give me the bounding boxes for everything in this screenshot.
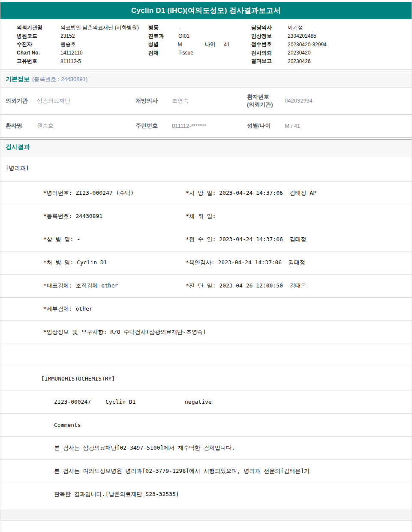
detail-right: *육안검사: 2023-04-24 14:37:06 김태정	[186, 259, 412, 266]
field-value: Tissue	[178, 50, 206, 56]
result-detail-row: *세부검체: other	[0, 298, 412, 321]
field-label: 성별	[148, 41, 178, 48]
field-attending-doctor: 담당의사 이기성	[251, 24, 412, 32]
field-sex-age: 성별 M 나이 41	[148, 40, 251, 49]
cell-value: 조영숙	[172, 97, 247, 105]
section-title: 검사결과	[6, 143, 30, 151]
cell-label: 성별/나이	[247, 122, 285, 130]
result-detail-row: *대표검체: 조직검체 other *진 단 일: 2023-04-26 12:…	[0, 275, 412, 298]
field-value: 2304202485	[288, 33, 316, 39]
cell-label: 환자명	[0, 122, 37, 130]
field-hospital-code: 병원코드 23152	[17, 32, 148, 41]
cell-label: 처방의사	[135, 97, 172, 105]
department-row: [병리과]	[0, 155, 412, 182]
detail-right: *처 방 일: 2023-04-24 14:37:06 김태정 AP	[186, 189, 412, 197]
field-label: 임상정보	[251, 33, 288, 40]
bottom-empty-section-bar	[0, 509, 412, 520]
detail-right: *진 단 일: 2023-04-26 12:00:50 김태은	[186, 282, 412, 290]
field-value: 14112110	[60, 50, 83, 56]
field-label: Chart No.	[17, 50, 60, 56]
field-value: M	[178, 42, 205, 48]
patient-info-column-3: 담당의사 이기성 임상정보 2304202485 접수번호 20230420-3…	[251, 24, 412, 66]
report-page: Cyclin D1 (IHC)(여의도성모) 검사결과보고서 의뢰기관명 의료법…	[0, 0, 412, 532]
comment-row: 본 검사는 여의도성모병원 병리과[02-3779-1298]에서 시행되었으며…	[0, 460, 412, 483]
assay-result-row: ZI23-000247 Cyclin D1 negative	[0, 390, 412, 414]
detail-left: *상 병 명: -	[0, 236, 186, 243]
field-label: 진료과	[148, 33, 178, 40]
section-title: 기본정보	[6, 76, 30, 83]
field-value: GI01	[178, 33, 206, 39]
result-detail-row: *등록번호: 24430891 *채 취 일:	[0, 205, 412, 228]
cell-value: 삼광의료재단	[37, 97, 135, 105]
field-label: 병동	[148, 24, 178, 31]
comment-row: 본 검사는 삼광의료재단[02-3497-5100]에서 재수탁한 검체입니다.	[0, 437, 412, 460]
assay-test-name: Cyclin D1	[105, 399, 185, 405]
field-value: 811112-5	[60, 58, 81, 64]
field-unique-no: 고유번호 811112-5	[17, 57, 148, 66]
detail-left: *등록번호: 24430891	[0, 212, 186, 220]
field-specimen: 검체 Tissue	[148, 49, 251, 57]
field-value: 의료법인 남촌의료재단 (시화병원)	[60, 24, 139, 31]
field-value: 원승호	[60, 41, 76, 48]
comment-row: 판독한 결과입니다.[남촌의료재단 S23-32535]	[0, 483, 412, 506]
field-chart-no: Chart No. 14112110	[17, 49, 148, 57]
basic-info-table: 의뢰기관 삼광의료재단 처방의사 조영숙 환자번호 (의뢰기관) 0420329…	[0, 88, 412, 138]
field-examinee: 수진자 원승호	[17, 40, 148, 49]
assay-result: negative	[185, 399, 212, 405]
field-age-value: 41	[224, 42, 251, 48]
result-detail-row: *처 방 명: Cyclin D1 *육안검사: 2023-04-24 14:3…	[0, 251, 412, 275]
field-label: 병원코드	[17, 33, 60, 40]
field-label: 의뢰기관명	[17, 24, 60, 31]
field-label: 검사의뢰	[251, 49, 288, 57]
empty-row	[0, 344, 412, 367]
ihc-header-row: [IMMUNOHISTOCHEMISTRY]	[0, 367, 412, 390]
detail-left: *대표검체: 조직검체 other	[0, 282, 186, 290]
field-report-date: 결과보고 20230426	[251, 57, 412, 66]
field-label: 담당의사	[251, 24, 288, 31]
assay-specimen-no: ZI23-000247	[54, 399, 105, 405]
table-row: 환자명 원승호 주민번호 811112-******* 성별/나이 M / 41	[0, 115, 412, 138]
comments-label-row: Comments	[0, 414, 412, 437]
detail-left: *처 방 명: Cyclin D1	[0, 259, 186, 266]
field-value: 이기성	[288, 24, 303, 31]
field-receipt-no: 접수번호 20230420-32994	[251, 40, 412, 49]
field-value: -	[178, 25, 206, 31]
field-value: 20230420	[288, 50, 310, 56]
patient-info-column-1: 의뢰기관명 의료법인 남촌의료재단 (시화병원) 병원코드 23152 수진자 …	[17, 24, 148, 66]
cell-value: 811112-*******	[172, 123, 247, 129]
cell-label: 환자번호 (의뢰기관)	[247, 93, 285, 108]
field-age-label: 나이	[205, 41, 224, 48]
detail-right: *채 취 일:	[186, 212, 412, 220]
results-rows: [병리과] *병리번호: ZI23-000247 (수탁) *처 방 일: 20…	[0, 155, 412, 506]
field-value: 23152	[60, 33, 75, 39]
field-label: 수진자	[17, 41, 60, 48]
section-subtitle: (등록번호 : 24430891)	[32, 76, 87, 83]
field-ward: 병동 -	[148, 24, 251, 32]
field-label: 결과보고	[251, 57, 288, 65]
result-detail-row: *임상정보 및 요구사항: R/O 수탁검사(삼광의료재단-조영숙)	[0, 321, 412, 344]
field-institution-name: 의뢰기관명 의료법인 남촌의료재단 (시화병원)	[17, 24, 148, 32]
patient-info-block: 의뢰기관명 의료법인 남촌의료재단 (시화병원) 병원코드 23152 수진자 …	[0, 19, 412, 70]
section-header-results: 검사결과	[0, 139, 412, 155]
result-detail-row: *병리번호: ZI23-000247 (수탁) *처 방 일: 2023-04-…	[0, 182, 412, 205]
table-row: 의뢰기관 삼광의료재단 처방의사 조영숙 환자번호 (의뢰기관) 0420329…	[0, 88, 412, 115]
cell-label: 주민번호	[135, 122, 172, 130]
field-request-date: 검사의뢰 20230420	[251, 49, 412, 57]
detail-left: *세부검체: other	[0, 305, 186, 313]
cell-value: 042032994	[285, 97, 412, 104]
detail-left: *병리번호: ZI23-000247 (수탁)	[0, 189, 186, 197]
field-label: 고유번호	[17, 57, 60, 65]
field-value: 20230426	[288, 58, 310, 64]
field-label: 검체	[148, 49, 178, 57]
section-header-basic-info: 기본정보 (등록번호 : 24430891)	[0, 72, 412, 88]
patient-info-column-2: 병동 - 진료과 GI01 성별 M 나이 41 검체 Tissue	[148, 24, 251, 66]
result-detail-row: *상 병 명: - *접 수 일: 2023-04-24 14:37:06 김태…	[0, 228, 412, 251]
field-clinical-info: 임상정보 2304202485	[251, 32, 412, 41]
field-label: 접수번호	[251, 41, 288, 48]
cell-value: 원승호	[37, 122, 135, 130]
field-value: 20230420-32994	[288, 42, 327, 48]
field-department: 진료과 GI01	[148, 32, 251, 41]
detail-right: *접 수 일: 2023-04-24 14:37:06 김태정	[186, 236, 412, 243]
report-title: Cyclin D1 (IHC)(여의도성모) 검사결과보고서	[131, 6, 281, 15]
cell-label: 의뢰기관	[0, 97, 37, 105]
